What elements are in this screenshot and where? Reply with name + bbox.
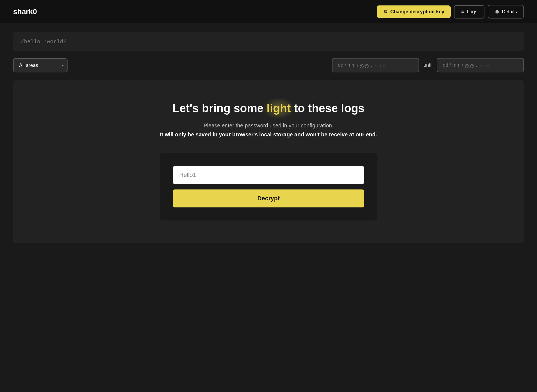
decrypt-subtext: Please enter the password used in your c… [204, 122, 334, 129]
decrypt-button[interactable]: Decrypt [173, 189, 364, 207]
navbar: shark0 ↻ Change decryption key ≡ Logs ◎ … [0, 0, 537, 23]
logs-label: Logs [467, 9, 477, 15]
headline-suffix: to these logs [291, 102, 365, 115]
logs-button[interactable]: ≡ Logs [454, 5, 484, 19]
logs-icon: ≡ [461, 9, 464, 15]
decrypt-headline: Let's bring some light to these logs [172, 102, 364, 115]
details-label: Details [502, 9, 517, 15]
password-input[interactable] [173, 166, 364, 184]
headline-highlight: light [267, 102, 291, 115]
decrypt-form: Decrypt [160, 153, 377, 220]
date-inputs: until [332, 58, 524, 72]
area-select[interactable]: All areas Frontend Backend Database Auth [13, 58, 68, 72]
date-until-input[interactable] [437, 58, 524, 72]
app-logo: shark0 [13, 7, 37, 16]
main-content: All areas Frontend Backend Database Auth… [0, 23, 537, 252]
details-icon: ◎ [495, 9, 499, 15]
details-button[interactable]: ◎ Details [488, 5, 524, 19]
area-select-wrapper: All areas Frontend Backend Database Auth… [13, 58, 68, 72]
until-label: until [423, 62, 432, 68]
headline-prefix: Let's bring some [172, 102, 267, 115]
change-key-icon: ↻ [383, 9, 388, 15]
search-input[interactable] [21, 39, 516, 45]
filter-row: All areas Frontend Backend Database Auth… [13, 58, 524, 72]
change-key-label: Change decryption key [390, 9, 444, 15]
nav-buttons: ↻ Change decryption key ≡ Logs ◎ Details [377, 5, 524, 19]
decrypt-panel: Let's bring some light to these logs Ple… [13, 80, 524, 243]
search-container [13, 32, 524, 51]
date-from-input[interactable] [332, 58, 419, 72]
change-decryption-key-button[interactable]: ↻ Change decryption key [377, 5, 451, 18]
decrypt-subtext-bold: It will only be saved in your browser's … [160, 131, 377, 138]
